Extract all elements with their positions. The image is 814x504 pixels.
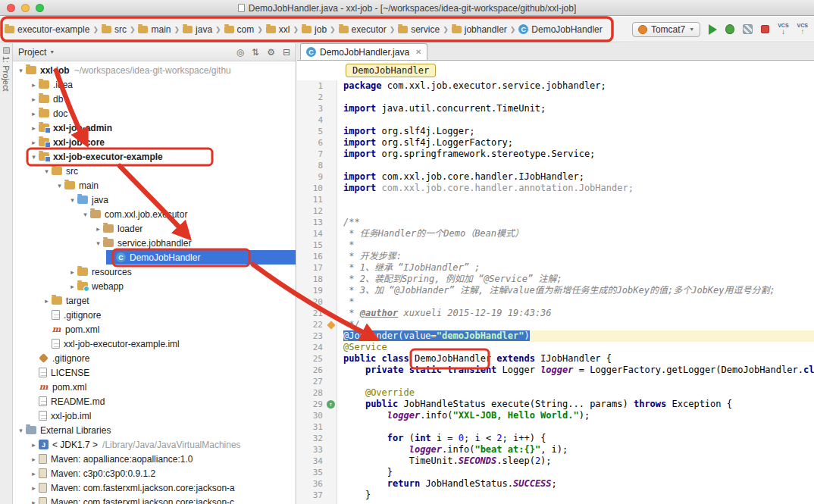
code-line-27[interactable] (343, 376, 814, 387)
tree-item-idea[interactable]: ▸.idea (13, 77, 296, 92)
tree-item-src[interactable]: ▾src (13, 164, 296, 178)
bookmark-icon[interactable] (325, 319, 337, 330)
tree-item-xxl-job-admin[interactable]: ▸xxl-job-admin (13, 121, 296, 135)
tree-item-pom-xml[interactable]: mpom.xml (13, 380, 296, 394)
code-line-17[interactable]: * 1、继承 “IJobHandler” ; (343, 262, 814, 274)
tree-item-jdk1-7[interactable]: ▸J< JDK1.7 >/Library/Java/JavaVirtualMac… (13, 437, 296, 452)
project-view-select[interactable]: Project (18, 47, 46, 58)
run-button[interactable] (709, 24, 717, 35)
project-stripe-button[interactable]: 1: Project (2, 56, 11, 91)
code-line-22[interactable]: */ (343, 319, 814, 330)
tree-item-license[interactable]: LICENSE (13, 365, 296, 380)
tree-item-maven-c3p0-c3p0-0-9-1-2[interactable]: ▸Maven: c3p0:c3p0:0.9.1.2 (13, 466, 296, 481)
vcs-update-button[interactable]: VCS↓ (778, 23, 788, 36)
code-line-29[interactable]: public JobHandleStatus execute(String...… (343, 399, 814, 410)
tree-item-com-xxl-job-executor[interactable]: ▾com.xxl.job.executor (13, 207, 296, 221)
coverage-button[interactable] (743, 24, 753, 34)
breadcrumb-java[interactable]: java (181, 23, 214, 36)
chevron-expanded-icon[interactable]: ▾ (29, 153, 39, 161)
code-line-18[interactable]: * 2、装配到Spring, 例如加 “@Service” 注解; (343, 274, 814, 285)
run-config-select[interactable]: Tomcat7 ▼ (632, 22, 700, 37)
tree-item-loader[interactable]: ▸loader (13, 221, 296, 236)
code-line-33[interactable]: logger.info("beat at:{}", i); (343, 444, 814, 455)
breadcrumb-src[interactable]: src (100, 23, 128, 36)
breadcrumb-main[interactable]: main (136, 23, 172, 36)
chevron-expanded-icon[interactable]: ▾ (80, 211, 90, 218)
chevron-collapsed-icon[interactable]: ▸ (29, 470, 39, 477)
code-line-4[interactable] (343, 114, 814, 126)
code-line-21[interactable]: * @author xuxueli 2015-12-19 19:43:36 (343, 308, 814, 319)
chevron-collapsed-icon[interactable]: ▸ (29, 81, 39, 89)
code-line-7[interactable]: import org.springframework.stereotype.Se… (343, 149, 814, 160)
code-line-20[interactable]: * (343, 296, 814, 308)
tree-item-pom-xml[interactable]: mpom.xml (13, 322, 296, 337)
code-line-8[interactable] (343, 160, 814, 171)
tree-item-doc[interactable]: ▸doc (13, 106, 296, 121)
chevron-expanded-icon[interactable]: ▾ (16, 427, 26, 434)
code-line-6[interactable]: import org.slf4j.LoggerFactory; (343, 137, 814, 149)
chevron-expanded-icon[interactable]: ▾ (93, 239, 103, 247)
code-line-30[interactable]: logger.info("XXL-JOB, Hello World."); (343, 410, 814, 421)
code-line-14[interactable]: * 任务Handler的一个Demo（Bean模式） (343, 228, 814, 239)
debug-button[interactable] (725, 24, 734, 34)
chevron-collapsed-icon[interactable]: ▸ (93, 225, 103, 233)
tree-item-target[interactable]: ▸target (13, 293, 296, 308)
tree-item-maven-com-fasterxml-jackson-core-jackson-c[interactable]: ▸Maven: com.fasterxml.jackson.core:jacks… (13, 495, 296, 504)
chevron-expanded-icon[interactable]: ▾ (16, 67, 26, 74)
code-line-19[interactable]: * 3、加 “@JobHander” 注解, 注解value值为新增任务生成的J… (343, 285, 814, 296)
tree-item-java[interactable]: ▾java (13, 193, 296, 207)
code-line-9[interactable]: import com.xxl.job.core.handler.IJobHand… (343, 171, 814, 183)
code-line-1[interactable]: package com.xxl.job.executor.service.job… (343, 80, 814, 92)
breadcrumb-executor-example[interactable]: executor-example (3, 23, 91, 36)
class-breadcrumb-chip[interactable]: DemoJobHandler (346, 64, 436, 77)
chevron-collapsed-icon[interactable]: ▸ (29, 139, 39, 146)
tree-item-demojobhandler[interactable]: CDemoJobHandler (13, 250, 296, 265)
code-line-10[interactable]: import com.xxl.job.core.handler.annotati… (343, 183, 814, 194)
tree-item-resources[interactable]: ▸resources (13, 265, 296, 279)
breadcrumb-executor[interactable]: executor (337, 23, 388, 36)
code-line-16[interactable]: * 开发步骤: (343, 251, 814, 262)
tree-item-gitignore[interactable]: .gitignore (13, 308, 296, 322)
code-line-2[interactable] (343, 92, 814, 103)
breadcrumb-jobhandler[interactable]: jobhandler (450, 23, 509, 36)
code-line-24[interactable]: @Service (343, 342, 814, 353)
stop-button[interactable] (761, 25, 769, 33)
tree-item-xxl-job-executor-example-iml[interactable]: xxl-job-executor-example.iml (13, 337, 296, 351)
breadcrumb-demojobhandler[interactable]: CDemoJobHandler (517, 23, 603, 36)
code-line-28[interactable]: @Override (343, 387, 814, 399)
tree-item-readme-md[interactable]: README.md (13, 394, 296, 409)
code-line-34[interactable]: TimeUnit.SECONDS.sleep(2); (343, 455, 814, 467)
tree-item-service-jobhandler[interactable]: ▾service.jobhandler (13, 236, 296, 250)
code-line-37[interactable]: } (343, 490, 814, 501)
tree-item-db[interactable]: ▸db (13, 92, 296, 106)
vcs-commit-button[interactable]: VCS↑ (797, 23, 808, 36)
code-line-13[interactable]: /** (343, 217, 814, 228)
close-tab-icon[interactable]: ✕ (415, 48, 421, 56)
tree-item-xxl-job-executor-example[interactable]: ▾xxl-job-executor-example (13, 149, 296, 164)
chevron-collapsed-icon[interactable]: ▸ (29, 95, 39, 103)
tree-item-external-libraries[interactable]: ▾External Libraries (13, 423, 296, 437)
override-icon[interactable] (325, 399, 337, 410)
code-line-31[interactable] (343, 421, 814, 433)
chevron-collapsed-icon[interactable]: ▸ (67, 268, 77, 276)
chevron-expanded-icon[interactable]: ▾ (67, 196, 77, 204)
chevron-expanded-icon[interactable]: ▾ (55, 182, 64, 189)
code-line-5[interactable]: import org.slf4j.Logger; (343, 126, 814, 137)
chevron-collapsed-icon[interactable]: ▸ (29, 499, 39, 504)
tree-item-xxl-job-core[interactable]: ▸xxl-job-core (13, 135, 296, 149)
tree-item-webapp[interactable]: ▸webapp (13, 279, 296, 293)
chevron-expanded-icon[interactable]: ▾ (42, 167, 52, 175)
tree-item-gitignore[interactable]: .gitignore (13, 351, 296, 365)
chevron-collapsed-icon[interactable]: ▸ (29, 110, 39, 117)
breadcrumb-job[interactable]: job (300, 23, 328, 36)
tree-item-maven-com-fasterxml-jackson-core-jackson-a[interactable]: ▸Maven: com.fasterxml.jackson.core:jacks… (13, 481, 296, 495)
breadcrumb-com[interactable]: com (223, 23, 256, 36)
chevron-collapsed-icon[interactable]: ▸ (29, 441, 39, 449)
code-line-23[interactable]: @JobHander(value="demoJobHandler") (343, 330, 814, 342)
chevron-collapsed-icon[interactable]: ▸ (29, 484, 39, 492)
code-line-3[interactable]: import java.util.concurrent.TimeUnit; (343, 103, 814, 114)
code-line-35[interactable]: } (343, 467, 814, 478)
code-line-12[interactable] (343, 205, 814, 217)
hide-panel-icon[interactable]: ⊟ (283, 47, 290, 58)
chevron-collapsed-icon[interactable]: ▸ (29, 124, 39, 132)
